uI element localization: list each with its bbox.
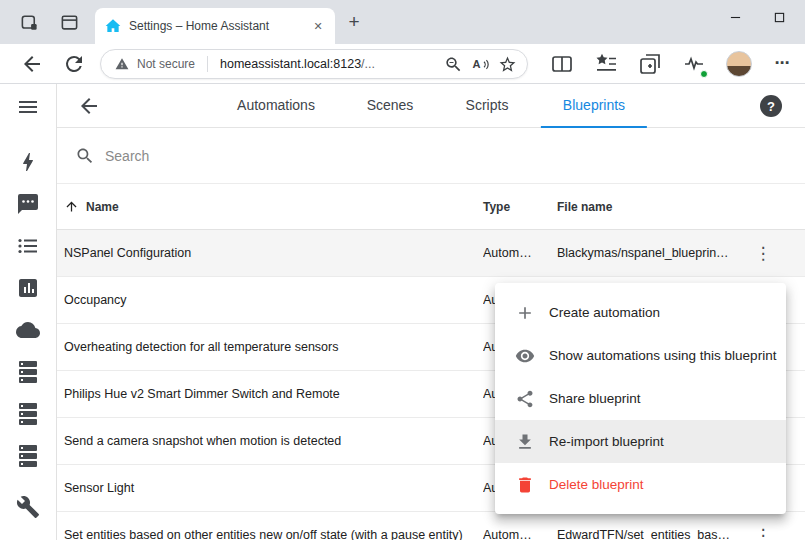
menu-item-show-automations[interactable]: Show automations using this blueprint bbox=[495, 334, 786, 377]
read-aloud-icon[interactable]: A bbox=[471, 55, 490, 74]
refresh-button[interactable] bbox=[62, 52, 86, 76]
row-name: NSPanel Configuration bbox=[64, 246, 483, 260]
sidebar-item-cloud[interactable] bbox=[16, 318, 40, 342]
row-name: Occupancy bbox=[64, 293, 483, 307]
favorite-star-icon[interactable] bbox=[498, 55, 517, 74]
row-file: EdwardTFN/set_entities_bas… bbox=[557, 528, 743, 540]
sidebar-item-energy[interactable] bbox=[16, 150, 40, 174]
header-name-label: Name bbox=[86, 200, 119, 214]
maximize-icon bbox=[774, 12, 785, 23]
row-name: Set entities based on other entities new… bbox=[64, 528, 483, 540]
browser-essentials-icon[interactable] bbox=[682, 52, 706, 76]
tab-automations[interactable]: Automations bbox=[215, 84, 337, 128]
sidebar-item-server-2[interactable] bbox=[16, 402, 40, 426]
browser-navbar: Not secure homeassistant.local:8123/... … bbox=[0, 44, 805, 84]
search-icon bbox=[75, 146, 95, 166]
download-icon bbox=[515, 432, 535, 452]
sidebar-item-todo[interactable] bbox=[16, 234, 40, 258]
wrench-icon bbox=[16, 495, 40, 519]
menu-item-share-blueprint[interactable]: Share blueprint bbox=[495, 377, 786, 420]
tab-title: Settings – Home Assistant bbox=[129, 19, 301, 33]
column-header-name[interactable]: Name bbox=[64, 199, 483, 214]
eye-icon bbox=[515, 346, 535, 366]
sidebar-item-server-1[interactable] bbox=[16, 360, 40, 384]
kebab-icon: ⋮ bbox=[755, 525, 772, 540]
lightning-icon bbox=[16, 150, 40, 174]
collections-icon[interactable] bbox=[638, 52, 662, 76]
menu-item-create-automation[interactable]: Create automation bbox=[495, 291, 786, 334]
table-row[interactable]: Set entities based on other entities new… bbox=[57, 512, 805, 540]
close-tab-icon[interactable]: ✕ bbox=[309, 17, 327, 35]
blueprint-context-menu: Create automation Show automations using… bbox=[495, 283, 786, 514]
minimize-icon bbox=[730, 12, 741, 23]
server-icon bbox=[16, 402, 40, 426]
essentials-status-badge bbox=[700, 70, 708, 78]
cloud-icon bbox=[16, 318, 40, 342]
table-row[interactable]: NSPanel Configuration Autom… Blackymas/n… bbox=[57, 230, 805, 277]
address-bar[interactable]: Not secure homeassistant.local:8123/... … bbox=[100, 49, 528, 79]
table-header: Name Type File name bbox=[57, 184, 805, 230]
row-type: Autom… bbox=[483, 528, 557, 540]
sort-ascending-icon bbox=[64, 199, 79, 214]
menu-item-label: Delete blueprint bbox=[549, 477, 644, 492]
address-divider bbox=[207, 56, 208, 72]
favorites-hub-icon[interactable] bbox=[594, 52, 618, 76]
new-tab-button[interactable]: + bbox=[342, 10, 366, 34]
tab-scenes[interactable]: Scenes bbox=[345, 84, 436, 128]
split-screen-icon[interactable] bbox=[550, 52, 574, 76]
kebab-icon: ⋮ bbox=[755, 243, 772, 264]
url-domain: homeassistant.local:8123 bbox=[220, 57, 361, 71]
menu-item-label: Create automation bbox=[549, 305, 660, 320]
row-name: Overheating detection for all temperatur… bbox=[64, 340, 483, 354]
row-type: Autom… bbox=[483, 246, 557, 260]
column-header-file[interactable]: File name bbox=[557, 200, 743, 214]
search-row bbox=[57, 128, 805, 184]
bar-chart-icon bbox=[16, 276, 40, 300]
menu-item-label: Show automations using this blueprint bbox=[549, 348, 776, 363]
svg-text:A: A bbox=[473, 58, 481, 70]
minimize-button[interactable] bbox=[713, 0, 757, 34]
workspaces-icon[interactable] bbox=[20, 13, 39, 32]
trash-icon bbox=[515, 475, 535, 495]
server-icon bbox=[16, 360, 40, 384]
tab-actions-icon[interactable] bbox=[60, 13, 79, 32]
search-input[interactable] bbox=[105, 148, 805, 164]
zoom-out-icon[interactable] bbox=[444, 55, 463, 74]
not-secure-warning-icon bbox=[115, 57, 129, 71]
sidebar-item-server-3[interactable] bbox=[16, 444, 40, 468]
back-button[interactable] bbox=[20, 52, 44, 76]
plus-icon bbox=[515, 303, 535, 323]
menu-item-reimport-blueprint[interactable]: Re-import blueprint bbox=[495, 420, 786, 463]
ha-back-button[interactable] bbox=[77, 94, 101, 118]
column-header-type[interactable]: Type bbox=[483, 200, 557, 214]
row-overflow-button[interactable]: ⋮ bbox=[743, 515, 783, 540]
browser-titlebar: Settings – Home Assistant ✕ + bbox=[0, 0, 805, 44]
home-assistant-logo-icon bbox=[105, 18, 121, 34]
menu-item-delete-blueprint[interactable]: Delete blueprint bbox=[495, 463, 786, 506]
url-path: /... bbox=[361, 57, 375, 71]
url-text[interactable]: homeassistant.local:8123/... bbox=[220, 57, 436, 71]
sidebar-item-developer-tools[interactable] bbox=[16, 495, 40, 519]
maximize-button[interactable] bbox=[757, 0, 801, 34]
browser-tab[interactable]: Settings – Home Assistant ✕ bbox=[95, 8, 335, 44]
tab-scripts[interactable]: Scripts bbox=[444, 84, 531, 128]
sidebar-item-history[interactable] bbox=[16, 276, 40, 300]
row-name: Philips Hue v2 Smart Dimmer Switch and R… bbox=[64, 387, 483, 401]
security-label[interactable]: Not secure bbox=[137, 57, 195, 71]
row-name: Send a camera snapshot when motion is de… bbox=[64, 434, 483, 448]
browser-menu-button[interactable]: ⋯ bbox=[770, 52, 794, 76]
row-overflow-button[interactable]: ⋮ bbox=[743, 233, 783, 273]
profile-avatar[interactable] bbox=[726, 51, 752, 77]
tab-blueprints[interactable]: Blueprints bbox=[541, 84, 647, 128]
server-icon bbox=[16, 444, 40, 468]
menu-item-label: Share blueprint bbox=[549, 391, 641, 406]
help-button[interactable]: ? bbox=[760, 95, 782, 117]
ha-sidebar bbox=[0, 84, 57, 540]
sidebar-item-voice-assist[interactable] bbox=[16, 192, 40, 216]
chat-bubble-icon bbox=[16, 192, 40, 216]
back-arrow-icon bbox=[77, 94, 101, 118]
sidebar-menu-button[interactable] bbox=[16, 95, 40, 119]
ha-topbar: Automations Scenes Scripts Blueprints ? bbox=[57, 84, 805, 128]
share-icon bbox=[515, 389, 535, 409]
browser-window: Settings – Home Assistant ✕ + Not secure… bbox=[0, 0, 805, 540]
